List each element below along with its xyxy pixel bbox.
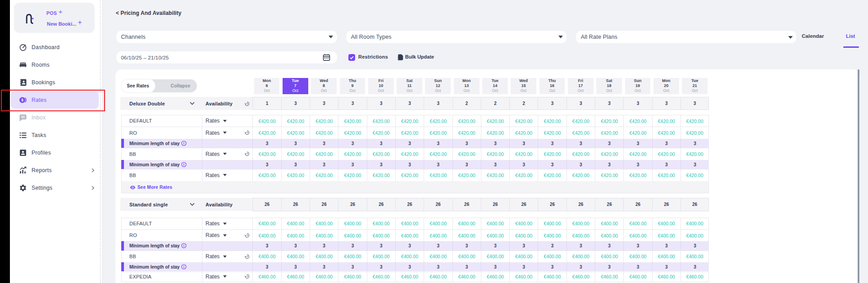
svg-text:$: $: [21, 98, 23, 102]
